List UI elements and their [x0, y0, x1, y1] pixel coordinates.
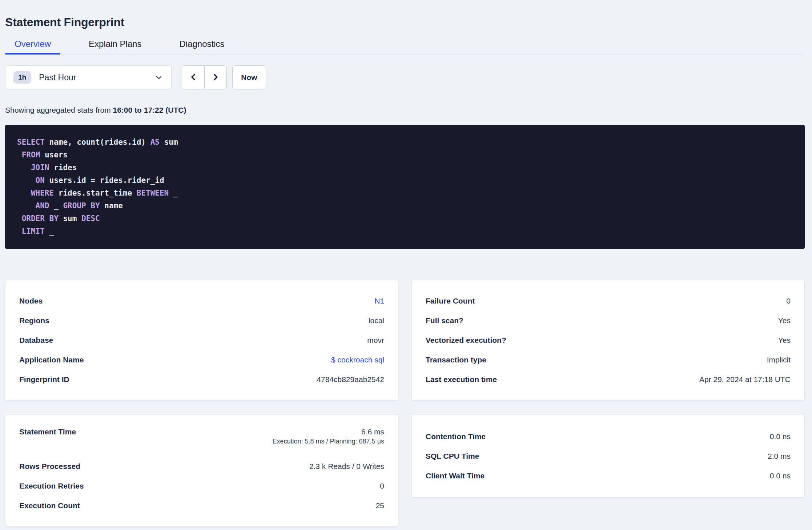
row-value-group: 0 [786, 297, 791, 305]
tab-diagnostics[interactable]: Diagnostics [170, 36, 234, 54]
sql-text: name [100, 201, 123, 210]
sql-text [17, 227, 22, 236]
row-label: Statement Time [19, 427, 76, 436]
row-label: Failure Count [426, 297, 475, 305]
chevron-left-icon [189, 73, 198, 83]
row-value-group: 0.0 ns [770, 432, 791, 441]
card-row: NodesN1 [19, 291, 384, 311]
sql-line: FROM users [17, 149, 793, 161]
row-label: Vectorized execution? [426, 336, 506, 345]
row-value: Apr 29, 2024 at 17:18 UTC [699, 375, 791, 384]
row-value-group: Implicit [767, 356, 791, 364]
sql-text [17, 201, 36, 210]
row-value: movr [367, 336, 384, 345]
row-value-group: 4784cb829aab2542 [317, 375, 384, 384]
time-window-stepper [182, 65, 227, 89]
row-label: Database [19, 336, 53, 345]
aggregation-note-prefix: Showing aggregated stats from [5, 106, 113, 114]
row-value: 0 [786, 297, 791, 305]
sql-keyword: BETWEEN [137, 189, 169, 197]
sql-keyword: FROM [22, 150, 40, 159]
row-value-group: 0.0 ns [770, 471, 791, 480]
now-button[interactable]: Now [232, 65, 266, 89]
overview-cards-row: NodesN1RegionslocalDatabasemovrApplicati… [5, 280, 805, 401]
sql-keyword: WHERE [31, 189, 54, 197]
row-value: Implicit [767, 356, 791, 364]
row-value-link[interactable]: $ cockroach sql [331, 356, 384, 364]
row-label: Last execution time [426, 375, 497, 384]
row-value-group: Yes [778, 316, 791, 325]
sql-line: LIMIT _ [17, 225, 793, 238]
sql-keyword: JOIN [31, 163, 49, 172]
timing-cards-row: Statement Time6.6 msExecution: 5.8 ms / … [5, 415, 805, 527]
time-preset-badge: 1h [13, 71, 31, 84]
sql-line: WHERE rides.start_time BETWEEN _ [17, 187, 793, 200]
aggregation-note-range: 16:00 to 17:22 (UTC) [113, 106, 186, 114]
sql-text: sum [160, 138, 178, 146]
page-content: Statement Fingerprint OverviewExplain Pl… [5, 0, 805, 527]
sql-keyword: AS [150, 138, 160, 146]
row-value: 0.0 ns [770, 432, 791, 441]
row-label: Execution Retries [19, 482, 84, 490]
sql-text: _ [45, 227, 54, 236]
time-range-select[interactable]: 1h Past Hour [5, 65, 172, 89]
sql-keyword: DESC [81, 214, 100, 223]
sql-line: ORDER BY sum DESC [17, 212, 793, 225]
row-label: Regions [19, 316, 49, 325]
card-row: Statement Time6.6 msExecution: 5.8 ms / … [19, 426, 384, 457]
statement-timing-card: Statement Time6.6 msExecution: 5.8 ms / … [5, 415, 398, 527]
row-value-group: Yes [778, 336, 791, 345]
sql-keyword: GROUP BY [63, 201, 100, 210]
tab-explain-plans[interactable]: Explain Plans [79, 36, 151, 54]
row-value-group: 6.6 msExecution: 5.8 ms / Planning: 687.… [272, 427, 384, 446]
sql-text: sum [59, 214, 81, 223]
row-value: 2.3 k Reads / 0 Writes [309, 462, 384, 471]
row-label: Client Wait Time [426, 471, 485, 480]
row-value-group: movr [367, 336, 384, 345]
row-label: Contention Time [426, 432, 486, 441]
row-value-group: 2.0 ms [768, 452, 791, 461]
card-row: Rows Processed2.3 k Reads / 0 Writes [19, 457, 384, 476]
sql-text: users.id = rides.rider_id [45, 176, 164, 185]
row-value: 0 [380, 482, 384, 490]
row-value-group: 25 [376, 501, 384, 510]
row-label: Fingerprint ID [19, 375, 69, 384]
sql-text [17, 150, 22, 159]
row-label: Full scan? [426, 316, 463, 325]
sql-text [17, 163, 31, 172]
card-row: Execution Retries0 [19, 476, 384, 496]
row-value-group: Apr 29, 2024 at 17:18 UTC [699, 375, 791, 384]
sql-keyword: AND [36, 201, 49, 210]
sql-line: AND _ GROUP BY name [17, 200, 793, 212]
row-label: Nodes [19, 297, 43, 305]
sql-statement-box: SELECT name, count(rides.id) AS sum FROM… [5, 125, 805, 249]
row-label: SQL CPU Time [426, 452, 479, 461]
card-row: Databasemovr [19, 330, 384, 350]
row-label: Application Name [19, 356, 84, 364]
card-row: Execution Count25 [19, 496, 384, 515]
sql-text [17, 214, 22, 223]
row-value-group: $ cockroach sql [331, 356, 384, 364]
sql-text: rides [49, 163, 77, 172]
time-picker-row: 1h Past Hour Now [5, 65, 805, 89]
row-value-link[interactable]: N1 [374, 297, 384, 305]
row-value: 6.6 ms [361, 427, 384, 436]
tab-overview[interactable]: Overview [5, 36, 60, 54]
row-label: Transaction type [426, 356, 486, 364]
aggregation-note: Showing aggregated stats from 16:00 to 1… [5, 105, 805, 115]
card-row: Contention Time0.0 ns [426, 427, 791, 446]
row-value: Yes [778, 336, 791, 345]
card-row: Client Wait Time0.0 ns [426, 466, 791, 486]
card-row: Application Name$ cockroach sql [19, 350, 384, 370]
card-row: Failure Count0 [426, 291, 791, 311]
sql-line: SELECT name, count(rides.id) AS sum [17, 136, 793, 149]
chevron-down-icon [154, 73, 163, 82]
sql-text: _ [49, 201, 63, 210]
previous-window-button[interactable] [182, 66, 204, 89]
row-value: local [369, 316, 384, 325]
chevron-right-icon [211, 73, 220, 83]
next-window-button[interactable] [204, 66, 226, 89]
sql-text: rides.start_time [54, 189, 137, 197]
row-value-group: 0 [380, 482, 384, 490]
card-row: SQL CPU Time2.0 ms [426, 446, 791, 466]
